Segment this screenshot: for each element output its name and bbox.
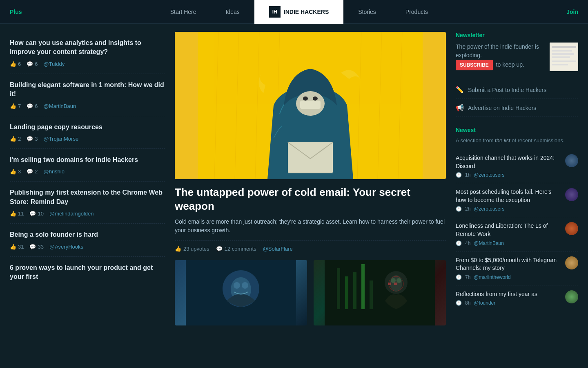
newest-item-3[interactable]: From $0 to $5,000/month with Telegram Ch… bbox=[456, 251, 578, 285]
comment-icon-5: 💬 bbox=[29, 244, 36, 250]
comments-1: 💬 6 bbox=[27, 103, 38, 109]
bottom-card-1[interactable] bbox=[175, 260, 307, 325]
nav-stories[interactable]: Stories bbox=[343, 0, 391, 24]
svg-rect-31 bbox=[388, 283, 391, 285]
newest-title-0[interactable]: Acquisition channel that works in 2024: … bbox=[456, 154, 561, 170]
post-item-6[interactable]: 6 proven ways to launch your product and… bbox=[10, 257, 165, 292]
newest-author-2[interactable]: @MartinBaun bbox=[474, 240, 504, 246]
newest-author-1[interactable]: @zerotousers bbox=[474, 206, 504, 212]
avatar-2 bbox=[565, 222, 578, 235]
subscribe-button[interactable]: SUBSCRIBE bbox=[456, 60, 493, 70]
newest-section-title: Newest bbox=[456, 127, 578, 133]
newest-meta-2: 🕐 4h @MartinBaun bbox=[456, 240, 561, 246]
clock-icon-1: 🕐 bbox=[456, 206, 462, 212]
post-title-5[interactable]: Being a solo founder is hard bbox=[10, 230, 165, 239]
post-item-0[interactable]: How can you use analytics and insights t… bbox=[10, 32, 165, 74]
newest-title-3[interactable]: From $0 to $5,000/month with Telegram Ch… bbox=[456, 256, 561, 272]
newest-title-2[interactable]: Loneliness and Liberation: The Ls of Rem… bbox=[456, 222, 561, 238]
comment-icon-2: 💬 bbox=[27, 136, 33, 142]
post-item-1[interactable]: Building elegant software in 1 month: Ho… bbox=[10, 74, 165, 116]
post-title-0[interactable]: How can you use analytics and insights t… bbox=[10, 38, 165, 57]
featured-footer: 👍 23 upvotes 💬 12 comments @SolarFlare bbox=[175, 240, 446, 252]
nav-products[interactable]: Products bbox=[391, 0, 443, 24]
post-item-5[interactable]: Being a solo founder is hard 👍 31 💬 33 @… bbox=[10, 224, 165, 256]
post-title-3[interactable]: I'm selling two domains for Indie Hacker… bbox=[10, 155, 165, 164]
featured-title[interactable]: The untapped power of cold email: Your s… bbox=[175, 186, 446, 213]
likes-4: 👍 11 bbox=[10, 211, 24, 217]
newsletter-thumbnail bbox=[550, 43, 578, 71]
author-2[interactable]: @TrojanMorse bbox=[43, 136, 78, 142]
plus-badge[interactable]: Plus bbox=[10, 9, 22, 15]
advertise-link[interactable]: 📢 Advertise on Indie Hackers bbox=[456, 99, 578, 117]
newest-item-2[interactable]: Loneliness and Liberation: The Ls of Rem… bbox=[456, 217, 578, 251]
newsletter-text-before: The power of the indie founder is explod… bbox=[456, 43, 539, 58]
post-item-4[interactable]: Publishing my first extension to the Chr… bbox=[10, 182, 165, 224]
post-meta-3: 👍 3 💬 2 @hrishio bbox=[10, 168, 165, 175]
comment-icon-3: 💬 bbox=[27, 168, 33, 175]
svg-rect-22 bbox=[345, 276, 348, 309]
clock-icon-0: 🕐 bbox=[456, 172, 462, 178]
svg-rect-35 bbox=[552, 50, 572, 52]
author-0[interactable]: @Tuiddy bbox=[43, 61, 65, 67]
svg-rect-39 bbox=[552, 64, 568, 65]
newest-section: Newest A selection from the list of rece… bbox=[456, 127, 578, 311]
featured-author[interactable]: @SolarFlare bbox=[263, 246, 293, 252]
comments-4: 💬 10 bbox=[29, 211, 43, 217]
center-column: The untapped power of cold email: Your s… bbox=[175, 32, 446, 325]
post-title-6[interactable]: 6 proven ways to launch your product and… bbox=[10, 263, 165, 282]
nav-ideas[interactable]: Ideas bbox=[211, 0, 254, 24]
author-3[interactable]: @hrishio bbox=[43, 168, 65, 175]
featured-upvotes: 👍 23 upvotes bbox=[175, 246, 209, 252]
likes-2: 👍 2 bbox=[10, 136, 21, 142]
nav-start-here[interactable]: Start Here bbox=[156, 0, 211, 24]
newest-meta-4: 🕐 8h @founder bbox=[456, 300, 561, 306]
newest-text-0: Acquisition channel that works in 2024: … bbox=[456, 154, 561, 178]
post-meta-0: 👍 6 💬 6 @Tuiddy bbox=[10, 61, 165, 67]
left-column: How can you use analytics and insights t… bbox=[10, 32, 165, 325]
nav-ih-label: INDIE HACKERS bbox=[284, 9, 329, 15]
newest-title-1[interactable]: Most post scheduling tools fail. Here's … bbox=[456, 188, 561, 204]
likes-5: 👍 31 bbox=[10, 244, 24, 250]
newest-item-1[interactable]: Most post scheduling tools fail. Here's … bbox=[456, 183, 578, 217]
svg-point-19 bbox=[242, 282, 248, 289]
svg-rect-36 bbox=[552, 53, 574, 55]
newest-author-0[interactable]: @zerotousers bbox=[474, 172, 504, 178]
newest-author-4[interactable]: @founder bbox=[474, 300, 495, 306]
advertise-label: Advertise on Indie Hackers bbox=[468, 105, 536, 111]
author-1[interactable]: @MartinBaun bbox=[43, 103, 76, 109]
ih-logo: IH bbox=[269, 6, 281, 18]
like-icon-2: 👍 bbox=[10, 136, 16, 142]
author-4[interactable]: @melindamgolden bbox=[49, 211, 94, 217]
comments-5: 💬 33 bbox=[29, 244, 43, 250]
post-title-2[interactable]: Landing page copy resources bbox=[10, 123, 165, 132]
clock-icon-3: 🕐 bbox=[456, 274, 462, 280]
post-item-2[interactable]: Landing page copy resources 👍 2 💬 3 @Tro… bbox=[10, 116, 165, 149]
svg-rect-34 bbox=[552, 46, 576, 48]
author-5[interactable]: @AveryHooks bbox=[49, 244, 83, 250]
join-button[interactable]: Join bbox=[566, 9, 578, 15]
newest-item-4[interactable]: Reflections from my first year as 🕐 8h @… bbox=[456, 285, 578, 311]
newest-author-3[interactable]: @mariintheworld bbox=[474, 274, 510, 280]
nav-indie-hackers[interactable]: IH INDIE HACKERS bbox=[254, 0, 343, 24]
featured-image[interactable] bbox=[175, 32, 446, 179]
newest-meta-0: 🕐 1h @zerotousers bbox=[456, 172, 561, 178]
svg-rect-21 bbox=[337, 268, 340, 309]
bottom-card-2[interactable] bbox=[314, 260, 446, 325]
post-title-4[interactable]: Publishing my first extension to the Chr… bbox=[10, 188, 165, 206]
post-item-3[interactable]: I'm selling two domains for Indie Hacker… bbox=[10, 149, 165, 182]
newest-text-3: From $0 to $5,000/month with Telegram Ch… bbox=[456, 256, 561, 280]
newest-list-link[interactable]: the list bbox=[495, 137, 510, 144]
newest-text-1: Most post scheduling tools fail. Here's … bbox=[456, 188, 561, 212]
newest-description: A selection from the list of recent subm… bbox=[456, 137, 578, 144]
svg-rect-37 bbox=[552, 56, 570, 58]
post-title-1[interactable]: Building elegant software in 1 month: Ho… bbox=[10, 81, 165, 99]
comment-icon: 💬 bbox=[216, 246, 223, 252]
nav-links: Start Here Ideas IH INDIE HACKERS Storie… bbox=[32, 0, 567, 24]
actions-section: ✏️ Submit a Post to Indie Hackers 📢 Adve… bbox=[456, 81, 578, 117]
newest-title-4[interactable]: Reflections from my first year as bbox=[456, 290, 561, 298]
newest-item-0[interactable]: Acquisition channel that works in 2024: … bbox=[456, 149, 578, 183]
comment-icon-4: 💬 bbox=[29, 211, 36, 217]
submit-post-link[interactable]: ✏️ Submit a Post to Indie Hackers bbox=[456, 81, 578, 99]
comments-2: 💬 3 bbox=[27, 136, 38, 142]
post-meta-2: 👍 2 💬 3 @TrojanMorse bbox=[10, 136, 165, 142]
